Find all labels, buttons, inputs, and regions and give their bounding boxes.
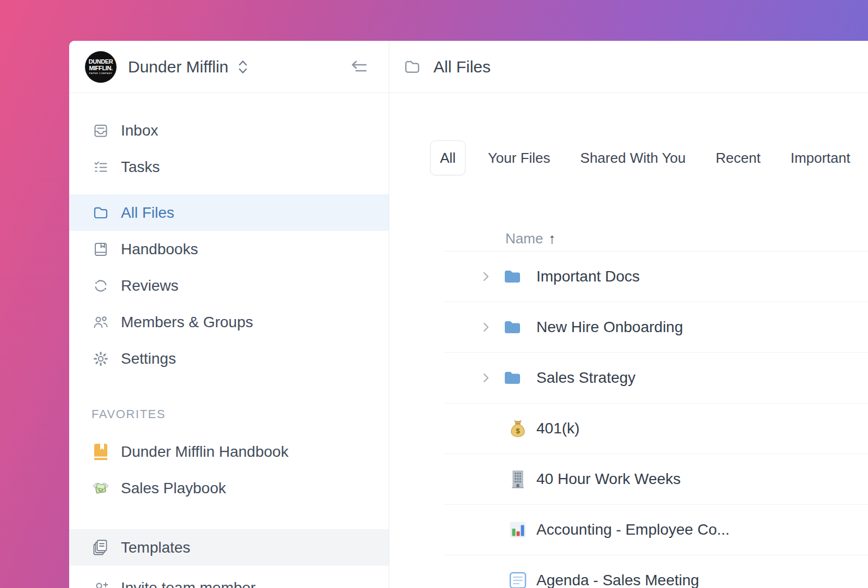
table-header: Name ↑ xyxy=(444,226,868,252)
office-building-icon xyxy=(501,469,535,489)
sidebar-item-label: Handbooks xyxy=(121,241,198,258)
workspace-switcher-icon[interactable] xyxy=(236,58,249,76)
sidebar-item-label: Members & Groups xyxy=(121,314,253,331)
file-row[interactable]: $ 401(k) xyxy=(444,403,868,454)
members-icon xyxy=(91,313,110,332)
bar-chart-icon xyxy=(501,520,535,539)
invite-icon xyxy=(91,579,110,588)
tab-recent[interactable]: Recent xyxy=(716,150,760,167)
sidebar-header: DUNDER MIFFLIN. PAPER COMPANY Dunder Mif… xyxy=(69,41,389,93)
sidebar-item-reviews[interactable]: Reviews xyxy=(69,267,389,304)
file-row[interactable]: Important Docs xyxy=(444,252,868,302)
logo-text: DUNDER xyxy=(89,59,113,65)
app-window: DUNDER MIFFLIN. PAPER COMPANY Dunder Mif… xyxy=(69,41,868,588)
tab-important[interactable]: Important xyxy=(791,150,851,167)
sidebar-item-label: Reviews xyxy=(121,277,179,295)
favorites-section-label: FAVORITES xyxy=(91,407,389,424)
tab-all[interactable]: All xyxy=(430,140,466,175)
templates-icon xyxy=(91,538,110,557)
money-bag-icon: $ xyxy=(501,419,535,438)
sort-ascending-icon[interactable]: ↑ xyxy=(548,230,555,247)
page-header: All Files xyxy=(389,41,868,93)
sidebar-item-dunder-mifflin-handbook[interactable]: Dunder Mifflin Handbook xyxy=(69,433,389,470)
file-name: Important Docs xyxy=(535,268,868,285)
notebook-icon xyxy=(501,571,535,588)
file-name: Accounting - Employee Co... xyxy=(535,521,868,538)
sidebar-item-all-files[interactable]: All Files xyxy=(69,194,389,231)
file-row[interactable]: Sales Strategy xyxy=(444,353,868,403)
expand-chevron-icon[interactable] xyxy=(476,321,501,334)
tasks-icon xyxy=(91,158,110,176)
file-row[interactable]: Accounting - Employee Co... xyxy=(444,505,868,555)
folder-icon xyxy=(91,204,110,222)
sidebar-item-label: Inbox xyxy=(121,122,158,139)
workspace-logo: DUNDER MIFFLIN. PAPER COMPANY xyxy=(85,51,117,83)
folder-icon xyxy=(501,319,535,335)
folder-icon xyxy=(501,370,535,386)
workspace-name[interactable]: Dunder Mifflin xyxy=(128,58,229,76)
sidebar-item-handbooks[interactable]: Handbooks xyxy=(69,231,389,267)
favorite-item-label: Sales Playbook xyxy=(121,480,226,497)
column-header-name[interactable]: Name xyxy=(505,230,543,247)
favorite-item-label: Dunder Mifflin Handbook xyxy=(121,443,289,461)
file-list: Name ↑ Important Docs xyxy=(444,226,868,588)
expand-chevron-icon[interactable] xyxy=(476,371,501,384)
svg-text:$: $ xyxy=(516,427,520,435)
expand-chevron-icon[interactable] xyxy=(476,270,501,283)
sidebar-item-label: Settings xyxy=(121,350,176,367)
sidebar-item-settings[interactable]: Settings xyxy=(69,340,389,377)
inbox-icon xyxy=(91,121,110,140)
folder-icon xyxy=(403,58,421,76)
orange-book-icon xyxy=(91,443,110,461)
file-name: Agenda - Sales Meeting xyxy=(535,572,868,588)
file-row[interactable]: New Hire Onboarding xyxy=(444,302,868,353)
file-name: 401(k) xyxy=(535,420,868,437)
reviews-icon xyxy=(91,277,110,295)
tab-your-files[interactable]: Your Files xyxy=(488,150,551,167)
file-name: New Hire Onboarding xyxy=(535,318,868,336)
sidebar-nav: Inbox Tasks xyxy=(69,93,389,588)
sidebar-item-members-groups[interactable]: Members & Groups xyxy=(69,304,389,340)
gear-icon xyxy=(91,350,110,368)
sidebar-item-tasks[interactable]: Tasks xyxy=(69,149,389,185)
sidebar-item-invite-team-member[interactable]: Invite team member xyxy=(69,569,389,588)
sidebar: DUNDER MIFFLIN. PAPER COMPANY Dunder Mif… xyxy=(69,41,389,588)
handbook-icon xyxy=(91,240,110,259)
sidebar-item-templates[interactable]: Templates xyxy=(69,529,389,566)
folder-icon xyxy=(501,268,535,285)
logo-text: PAPER COMPANY xyxy=(89,72,113,75)
collapse-sidebar-icon[interactable] xyxy=(347,58,369,76)
main-content: All Files All Your Files Shared With You… xyxy=(389,41,868,588)
filter-tabs: All Your Files Shared With You Recent Im… xyxy=(430,140,868,175)
file-row[interactable]: Agenda - Sales Meeting xyxy=(444,555,868,588)
page-title: All Files xyxy=(433,58,491,76)
sidebar-item-label: All Files xyxy=(121,204,174,222)
file-name: 40 Hour Work Weeks xyxy=(535,470,868,488)
sidebar-item-inbox[interactable]: Inbox xyxy=(69,112,389,149)
file-name: Sales Strategy xyxy=(535,369,868,387)
tab-shared-with-you[interactable]: Shared With You xyxy=(580,150,686,167)
money-with-wings-icon xyxy=(91,479,110,498)
sidebar-item-label: Tasks xyxy=(121,158,160,176)
sidebar-item-label: Invite team member xyxy=(121,579,255,588)
logo-text: MIFFLIN. xyxy=(89,65,112,71)
sidebar-item-label: Templates xyxy=(121,539,191,556)
file-row[interactable]: 40 Hour Work Weeks xyxy=(444,454,868,505)
sidebar-item-sales-playbook[interactable]: Sales Playbook xyxy=(69,470,389,506)
